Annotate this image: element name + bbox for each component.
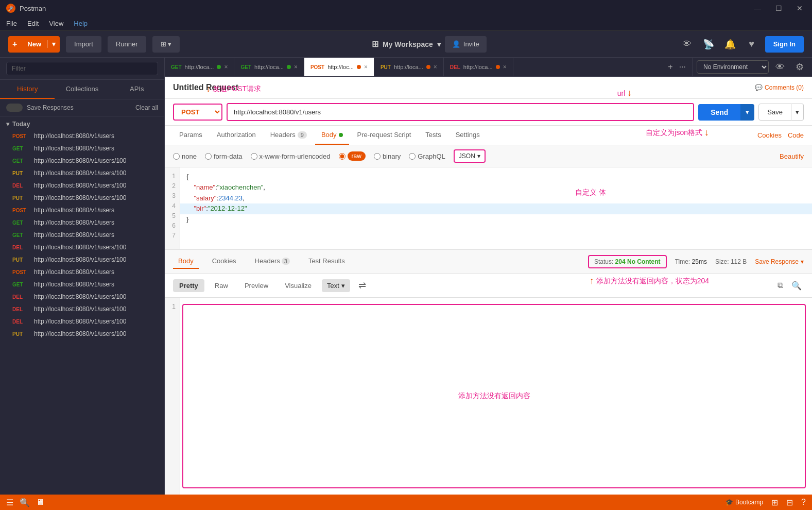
menu-help[interactable]: Help [74,20,88,27]
nav-params[interactable]: Params [173,126,209,145]
list-item[interactable]: GEThttp://localhost:8080/v1/users [6,142,158,155]
list-item[interactable]: POSThttp://localhost:8080/v1/users [6,266,158,278]
search-bottom-icon[interactable]: 🔍 [20,498,30,507]
list-item[interactable]: PUThttp://localhost:8080/v1/users/100 [6,167,158,179]
nav-pre-request[interactable]: Pre-request Script [351,126,418,145]
settings-icon[interactable]: ⚙ [791,59,808,75]
list-item[interactable]: GEThttp://localhost:8080/v1/users/100 [6,155,158,167]
grid-icon[interactable]: ⊞ [771,498,778,507]
tab-del[interactable]: DEL http://loca... × [444,58,513,76]
add-tab-button[interactable]: + [666,61,675,73]
workspace-dropdown-arrow[interactable]: ▾ [437,40,441,48]
list-item[interactable]: GEThttp://localhost:8080/v1/users [6,278,158,291]
help-icon[interactable]: ? [801,498,806,507]
menu-edit[interactable]: Edit [27,20,39,27]
option-none[interactable]: none [173,152,197,160]
sidebar-tab-history[interactable]: History [0,80,55,99]
pretty-button[interactable]: Pretty [173,279,204,292]
search-input[interactable] [6,62,158,75]
menu-icon[interactable]: ☰ [6,498,13,507]
eye-slash-icon[interactable]: 👁 [679,36,695,53]
more-tabs-button[interactable]: ··· [677,61,688,73]
runner-button[interactable]: Runner [108,36,146,53]
browser-icon[interactable]: 🖥 [36,498,44,507]
environment-select[interactable]: No Environment [697,60,769,74]
response-tab-headers[interactable]: Headers3 [250,254,295,269]
wrap-button[interactable]: ⇌ [354,278,370,293]
heart-icon[interactable]: ♥ [744,36,760,53]
tab-close-icon[interactable]: × [503,63,507,71]
save-button[interactable]: Save [758,104,791,121]
preview-button[interactable]: Preview [238,279,274,292]
new-btn-arrow[interactable]: ▾ [48,40,60,48]
nav-tests[interactable]: Tests [419,126,447,145]
import-button[interactable]: Import [66,36,101,53]
send-button[interactable]: Send [698,104,740,121]
nav-headers[interactable]: Headers9 [264,126,313,145]
list-item[interactable]: POSThttp://localhost:8080/v1/users [6,130,158,142]
raw-button[interactable]: Raw [209,279,234,292]
sidebar-tab-apis[interactable]: APIs [110,80,164,99]
tab-post-active[interactable]: POST http://loc... × [304,58,374,76]
list-item[interactable]: PUThttp://localhost:8080/v1/users/100 [6,253,158,266]
minimize-btn[interactable]: — [751,3,764,13]
beautify-button[interactable]: Beautify [780,152,804,160]
response-tab-test-results[interactable]: Test Results [303,254,350,269]
save-responses-switch[interactable] [6,104,23,112]
layout-icon[interactable]: ⊟ [786,498,793,507]
search-icon[interactable]: 🔍 [789,279,804,293]
nav-body[interactable]: Body [315,126,349,145]
comments-button[interactable]: 💬 Comments (0) [755,84,804,91]
clear-all-button[interactable]: Clear all [135,104,158,111]
list-item[interactable]: GEThttp://localhost:8080/v1/users [6,229,158,241]
option-binary[interactable]: binary [374,152,401,160]
tab-close-icon[interactable]: × [434,63,437,71]
tab-put[interactable]: PUT http://loca... × [374,58,444,76]
tab-get-1[interactable]: GET http://loca... × [165,58,234,76]
option-urlencoded[interactable]: x-www-form-urlencoded [251,152,331,160]
list-item[interactable]: PUThttp://localhost:8080/v1/users/100 [6,192,158,204]
copy-icon[interactable]: ⧉ [775,279,785,293]
list-item[interactable]: GEThttp://localhost:8080/v1/users [6,216,158,229]
response-tab-body[interactable]: Body [173,254,199,269]
tab-get-2[interactable]: GET http://loca... × [234,58,304,76]
sidebar-tab-collections[interactable]: Collections [55,80,109,99]
list-item[interactable]: DELhttp://localhost:8080/v1/users/100 [6,315,158,328]
save-dropdown-arrow[interactable]: ▾ [791,104,804,121]
menu-file[interactable]: File [6,20,17,27]
list-item[interactable]: DELhttp://localhost:8080/v1/users/100 [6,303,158,315]
tab-close-icon[interactable]: × [224,63,228,71]
sign-in-button[interactable]: Sign In [765,36,804,53]
response-tab-cookies[interactable]: Cookies [207,254,241,269]
list-item[interactable]: DELhttp://localhost:8080/v1/users/100 [6,291,158,303]
list-item[interactable]: DELhttp://localhost:8080/v1/users/100 [6,179,158,192]
eye-icon[interactable]: 👁 [772,59,788,75]
invite-button[interactable]: 👤 Invite [445,36,487,53]
bell-icon[interactable]: 🔔 [722,36,738,53]
visualize-button[interactable]: Visualize [279,279,318,292]
url-input[interactable] [228,104,693,120]
code-content[interactable]: { "name":"xiaochenchen", "salary":2344.2… [180,167,812,250]
nav-settings[interactable]: Settings [450,126,486,145]
cookies-link[interactable]: Cookies [757,131,782,139]
nav-authorization[interactable]: Authorization [211,126,262,145]
list-item[interactable]: POSThttp://localhost:8080/v1/users [6,204,158,216]
send-dropdown-arrow[interactable]: ▾ [740,104,754,121]
tab-close-icon[interactable]: × [294,63,298,71]
close-btn[interactable]: ✕ [793,3,806,13]
satellite-icon[interactable]: 📡 [700,36,717,53]
layout-button[interactable]: ⊞ ▾ [152,36,180,53]
save-response-button[interactable]: Save Response ▾ [755,258,804,265]
bootcamp-button[interactable]: 🎓 Bootcamp [725,499,763,506]
maximize-btn[interactable]: ☐ [772,3,785,13]
new-button[interactable]: + New ▾ [8,36,60,53]
new-btn-label[interactable]: New [21,40,48,48]
text-format-dropdown[interactable]: Text ▾ [322,279,350,292]
tab-close-icon[interactable]: × [364,63,368,71]
option-graphql[interactable]: GraphQL [409,152,445,160]
menu-view[interactable]: View [49,20,63,27]
method-select[interactable]: POST GET PUT DELETE PATCH [173,104,222,121]
list-item[interactable]: PUThttp://localhost:8080/v1/users/100 [6,328,158,340]
format-dropdown[interactable]: JSON ▾ [454,149,486,163]
code-link[interactable]: Code [788,131,804,139]
